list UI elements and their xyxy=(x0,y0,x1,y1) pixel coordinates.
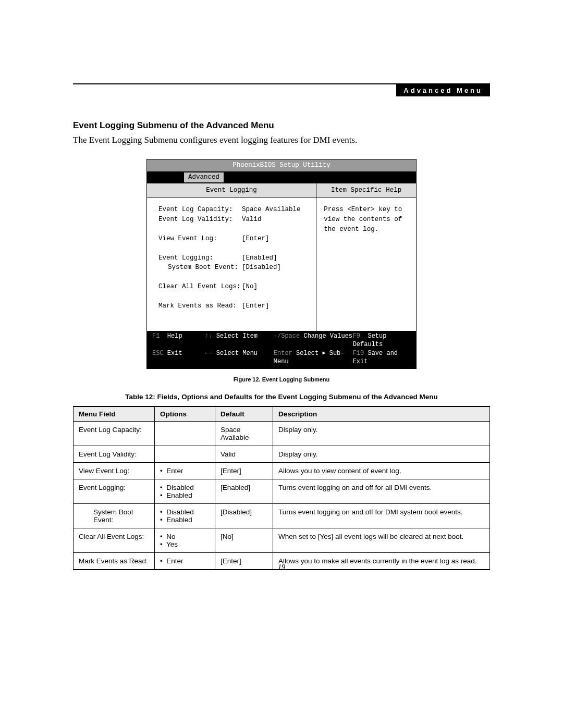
table-row: Event Log Capacity:Space AvailableDispla… xyxy=(74,421,490,446)
bios-setting-row: Event Logging:[Enabled] xyxy=(158,253,308,263)
table-row: Event Logging:DisabledEnabled[Enabled]Tu… xyxy=(74,479,490,503)
bios-setting-row: Event Log Capacity:Space Available xyxy=(158,205,308,215)
th-menu-field: Menu Field xyxy=(74,406,155,422)
section-heading: Event Logging Submenu of the Advanced Me… xyxy=(73,120,490,131)
bios-setting-row: System Boot Event:[Disabled] xyxy=(158,263,308,273)
bios-setting-row: View Event Log:[Enter] xyxy=(158,234,308,244)
table-header-row: Menu Field Options Default Description xyxy=(74,406,490,422)
bios-settings-list: Event Log Capacity:Space AvailableEvent … xyxy=(147,198,316,331)
bios-setting-row: Mark Events as Read:[Enter] xyxy=(158,301,308,311)
figure-caption: Figure 12. Event Logging Submenu xyxy=(73,376,490,382)
bios-footer: F1 Help ↑↓ Select Item -/Space Change Va… xyxy=(147,331,416,368)
bios-setting-row: Event Log Validity:Valid xyxy=(158,215,308,225)
bios-screenshot: PhoenixBIOS Setup Utility Advanced Event… xyxy=(146,159,417,369)
bios-left-panel: Event Logging Event Log Capacity:Space A… xyxy=(147,183,316,331)
bios-right-heading: Item Specific Help xyxy=(316,183,416,198)
top-rule: Advanced Menu xyxy=(73,83,490,96)
th-default: Default xyxy=(215,406,273,422)
table-row: View Event Log:Enter[Enter]Allows you to… xyxy=(74,462,490,479)
table-caption: Table 12: Fields, Options and Defaults f… xyxy=(73,393,490,401)
intro-paragraph: The Event Logging Submenu configures eve… xyxy=(73,135,490,145)
page-number: 19 xyxy=(0,563,563,572)
page: Advanced Menu Event Logging Submenu of t… xyxy=(0,0,563,728)
table-row: System Boot Event:DisabledEnabled[Disabl… xyxy=(74,503,490,528)
bios-tab-bar: Advanced xyxy=(147,172,416,183)
bios-tab-advanced: Advanced xyxy=(183,172,224,183)
table-row: Clear All Event Logs:NoYes[No]When set t… xyxy=(74,528,490,552)
bios-help-text: Press <Enter> key to view the contents o… xyxy=(316,198,416,241)
bios-title: PhoenixBIOS Setup Utility xyxy=(147,159,416,172)
options-table: Menu Field Options Default Description E… xyxy=(73,406,490,570)
table-row: Event Log Validity:ValidDisplay only. xyxy=(74,446,490,462)
bios-setting-row: Clear All Event Logs:[No] xyxy=(158,282,308,292)
header-tag: Advanced Menu xyxy=(396,84,490,96)
th-options: Options xyxy=(155,406,215,422)
bios-left-heading: Event Logging xyxy=(147,183,316,198)
bios-right-panel: Item Specific Help Press <Enter> key to … xyxy=(316,183,416,331)
th-description: Description xyxy=(273,406,490,422)
